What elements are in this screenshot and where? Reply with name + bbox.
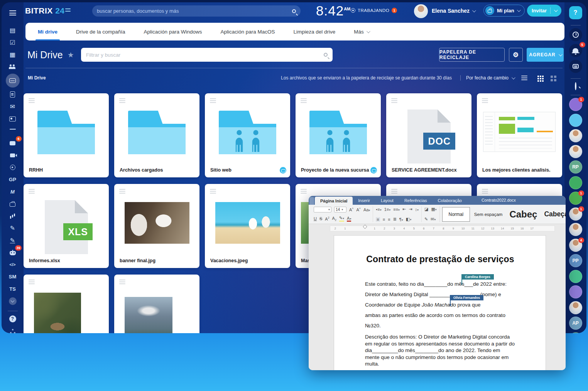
- indent-icon[interactable]: ⇥: [409, 207, 412, 212]
- chat-avatar[interactable]: [569, 270, 582, 283]
- tile-menu-icon[interactable]: [119, 98, 125, 104]
- chat-avatar[interactable]: 4: [569, 239, 582, 252]
- shrink-font-icon[interactable]: A˅: [356, 207, 360, 212]
- sidebar-network-button[interactable]: [7, 326, 19, 333]
- user-menu[interactable]: Elena Sanchez: [432, 8, 475, 14]
- font-size-select[interactable]: 14▾: [334, 207, 346, 212]
- recycle-bin-button[interactable]: PAPELERA DE RECICLAJE: [439, 48, 505, 62]
- style-preview[interactable]: Cabeç: [507, 207, 540, 222]
- multilevel-list-icon[interactable]: ≡≡▾: [393, 207, 400, 212]
- file-tile[interactable]: Los mejores clientes analisis.png: [477, 93, 562, 177]
- user-avatar[interactable]: [414, 4, 428, 18]
- sidebar-item-company[interactable]: [7, 199, 19, 209]
- paragraph-marks-icon[interactable]: ¶▾: [399, 217, 403, 222]
- file-tile[interactable]: [114, 275, 199, 333]
- sidebar-item-gp[interactable]: GP: [7, 174, 19, 185]
- file-tile[interactable]: Sitio web: [205, 93, 290, 177]
- file-tile[interactable]: [24, 275, 109, 333]
- global-search-input[interactable]: [97, 8, 292, 14]
- chat-avatar[interactable]: 1: [569, 192, 582, 205]
- chat-avatar[interactable]: [569, 114, 582, 127]
- drive-tab[interactable]: Aplicación para MacOS: [211, 23, 284, 40]
- drive-tab[interactable]: Mi drive: [29, 23, 67, 40]
- tile-menu-icon[interactable]: [482, 189, 488, 195]
- editor-tab[interactable]: Inserir: [353, 196, 375, 205]
- chat-avatar[interactable]: DS: [569, 332, 582, 334]
- history-button[interactable]: [569, 28, 582, 41]
- insert-table-icon[interactable]: ▦▾: [431, 207, 436, 212]
- filter-search[interactable]: [81, 48, 333, 62]
- tile-menu-icon[interactable]: [210, 98, 216, 104]
- font-color-icon[interactable]: A▾: [347, 216, 351, 222]
- file-tile[interactable]: XLS Informes.xlsx: [24, 184, 109, 268]
- sidebar-item-tasks[interactable]: ☑: [7, 37, 19, 48]
- sidebar-item-marketing[interactable]: [7, 162, 19, 173]
- add-button[interactable]: AGREGAR: [527, 48, 564, 62]
- tile-menu-icon[interactable]: [29, 189, 35, 195]
- favorite-star-icon[interactable]: ★: [68, 51, 74, 59]
- justify-icon[interactable]: ≣: [393, 217, 397, 222]
- tile-menu-icon[interactable]: [391, 189, 397, 195]
- file-tile[interactable]: DOC SERVICE AGREEMENT.docx: [386, 93, 471, 177]
- plan-button[interactable]: Mi plan: [483, 5, 525, 17]
- line-spacing-icon[interactable]: ↕▾: [415, 207, 419, 212]
- underline-icon[interactable]: U: [314, 216, 317, 221]
- tile-menu-icon[interactable]: [301, 98, 307, 104]
- sidebar-item-market[interactable]: M: [7, 187, 19, 197]
- editor-tab[interactable]: Colaboração: [433, 196, 467, 205]
- sidebar-item-sign[interactable]: ✎: [7, 235, 19, 246]
- list-view-icon[interactable]: [521, 76, 527, 80]
- sidebar-item-developer[interactable]: </>: [7, 260, 19, 270]
- clock[interactable]: 8:42AM: [316, 3, 350, 19]
- chat-avatar[interactable]: [569, 176, 582, 189]
- bullet-list-icon[interactable]: •≡▾: [376, 207, 381, 212]
- bitrix24-logo[interactable]: BITRIX 24: [25, 6, 65, 15]
- file-tile[interactable]: Archivos cargados: [114, 93, 199, 177]
- style-preview[interactable]: Normal: [442, 207, 470, 222]
- mail-merge-icon[interactable]: ✉▾: [431, 217, 436, 222]
- tile-menu-icon[interactable]: [29, 280, 35, 285]
- file-tile[interactable]: Proyecto de la nueva sucursal: [296, 93, 381, 177]
- settings-button[interactable]: ⚙: [509, 48, 523, 62]
- strikethrough-icon[interactable]: S: [319, 216, 322, 221]
- invite-button[interactable]: Invitar: [527, 5, 561, 17]
- sidebar-item-feed[interactable]: ▤: [7, 25, 19, 35]
- change-case-icon[interactable]: Aa▾: [363, 207, 370, 212]
- drive-tab[interactable]: Drive de la compañía: [67, 23, 135, 40]
- work-status[interactable]: TRABAJANDO 1: [351, 8, 397, 13]
- editor-tab[interactable]: Página Inicial: [315, 197, 353, 205]
- chat-avatar[interactable]: [569, 301, 582, 314]
- file-tile[interactable]: Vacaciones.jpeg: [205, 184, 290, 268]
- global-search[interactable]: [92, 5, 301, 17]
- messenger-panel-button[interactable]: [569, 60, 582, 73]
- align-center-icon[interactable]: ≡: [383, 217, 385, 222]
- ruler[interactable]: 211234567891011121314151617: [330, 226, 555, 231]
- shading-icon[interactable]: ◧▾: [406, 217, 411, 222]
- clear-format-icon[interactable]: ◪: [424, 207, 428, 212]
- style-preview[interactable]: Cabeça: [541, 207, 566, 222]
- chat-avatar[interactable]: 1: [569, 98, 582, 111]
- numbered-list-icon[interactable]: 1≡▾: [384, 207, 391, 212]
- editor-tab[interactable]: Referências: [399, 196, 433, 205]
- sidebar-item-documents[interactable]: [7, 89, 19, 100]
- style-preview[interactable]: Sem espaçam: [471, 207, 505, 222]
- sidebar-item-sales-funnel[interactable]: [7, 126, 19, 136]
- outdent-icon[interactable]: ⇤: [402, 207, 406, 212]
- sidebar-item-analytics[interactable]: [7, 211, 19, 221]
- filter-input[interactable]: [86, 52, 324, 58]
- chat-avatar[interactable]: RP: [569, 160, 582, 174]
- sidebar-item-employees[interactable]: [7, 62, 19, 72]
- tile-view-icon[interactable]: [551, 76, 553, 78]
- format-painter-icon[interactable]: ✎: [424, 217, 428, 222]
- tile-menu-icon[interactable]: [482, 98, 488, 104]
- help-button[interactable]: ?: [569, 6, 582, 19]
- chat-avatar[interactable]: [569, 145, 582, 158]
- sidebar-more-button[interactable]: [7, 296, 19, 306]
- indent-marker[interactable]: [363, 224, 367, 229]
- chat-avatar[interactable]: [569, 223, 582, 236]
- highlight-icon[interactable]: ✎▾: [339, 216, 344, 222]
- notifications-button[interactable]: 5: [569, 44, 582, 57]
- sidebar-item-calendar[interactable]: ▦: [7, 49, 19, 60]
- chat-avatar[interactable]: AP: [569, 317, 582, 330]
- tile-menu-icon[interactable]: [391, 98, 397, 104]
